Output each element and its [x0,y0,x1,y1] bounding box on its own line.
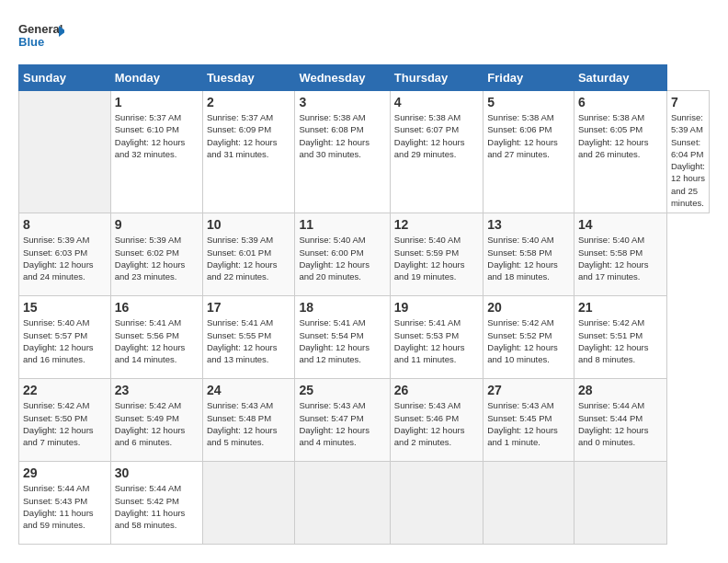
day-number: 5 [487,95,570,109]
day-info: Sunrise: 5:44 AM Sunset: 5:43 PM Dayligh… [23,482,107,531]
weekday-header-saturday: Saturday [574,65,666,91]
day-info: Sunrise: 5:44 AM Sunset: 5:44 PM Dayligh… [578,399,663,448]
calendar-day-cell: 1 Sunrise: 5:37 AM Sunset: 6:10 PM Dayli… [110,91,202,213]
day-info: Sunrise: 5:43 AM Sunset: 5:47 PM Dayligh… [299,399,385,448]
calendar-day-cell: 9 Sunrise: 5:39 AM Sunset: 6:02 PM Dayli… [110,213,202,296]
weekday-header-tuesday: Tuesday [202,65,294,91]
day-number: 26 [394,383,479,397]
day-number: 23 [115,383,199,397]
header: General Blue [18,18,710,55]
calendar-day-cell: 20 Sunrise: 5:42 AM Sunset: 5:52 PM Dayl… [483,296,574,379]
day-info: Sunrise: 5:43 AM Sunset: 5:46 PM Dayligh… [394,399,479,448]
day-info: Sunrise: 5:40 AM Sunset: 5:58 PM Dayligh… [487,234,570,282]
calendar-day-cell [483,462,574,545]
day-info: Sunrise: 5:39 AM Sunset: 6:03 PM Dayligh… [23,234,107,282]
weekday-header-friday: Friday [483,65,574,91]
day-number: 27 [487,383,570,397]
calendar-day-cell: 10 Sunrise: 5:39 AM Sunset: 6:01 PM Dayl… [202,213,294,296]
calendar-day-cell: 17 Sunrise: 5:41 AM Sunset: 5:55 PM Dayl… [202,296,294,379]
logo: General Blue [18,18,64,55]
day-info: Sunrise: 5:43 AM Sunset: 5:48 PM Dayligh… [207,399,290,448]
day-info: Sunrise: 5:42 AM Sunset: 5:50 PM Dayligh… [23,399,107,448]
day-number: 11 [299,217,385,232]
day-info: Sunrise: 5:39 AM Sunset: 6:04 PM Dayligh… [671,111,705,209]
day-number: 4 [394,95,479,109]
calendar-day-cell: 13 Sunrise: 5:40 AM Sunset: 5:58 PM Dayl… [483,213,574,296]
calendar-day-cell: 15 Sunrise: 5:40 AM Sunset: 5:57 PM Dayl… [19,296,111,379]
calendar-day-cell: 28 Sunrise: 5:44 AM Sunset: 5:44 PM Dayl… [574,379,666,462]
day-number: 6 [578,95,663,109]
calendar-week-row: 29 Sunrise: 5:44 AM Sunset: 5:43 PM Dayl… [19,462,710,545]
day-number: 30 [115,465,199,480]
day-info: Sunrise: 5:42 AM Sunset: 5:49 PM Dayligh… [115,399,199,448]
calendar-day-cell: 5 Sunrise: 5:38 AM Sunset: 6:06 PM Dayli… [483,91,574,213]
day-info: Sunrise: 5:40 AM Sunset: 6:00 PM Dayligh… [299,234,385,282]
calendar-day-cell: 27 Sunrise: 5:43 AM Sunset: 5:45 PM Dayl… [483,379,574,462]
calendar-day-cell: 23 Sunrise: 5:42 AM Sunset: 5:49 PM Dayl… [110,379,202,462]
calendar-day-cell: 3 Sunrise: 5:38 AM Sunset: 6:08 PM Dayli… [295,91,390,213]
day-number: 8 [23,217,107,232]
day-number: 1 [115,95,199,109]
svg-text:Blue: Blue [18,35,44,49]
day-number: 9 [115,217,199,232]
day-number: 12 [394,217,479,232]
calendar-day-cell: 19 Sunrise: 5:41 AM Sunset: 5:53 PM Dayl… [390,296,483,379]
calendar-day-cell: 8 Sunrise: 5:39 AM Sunset: 6:03 PM Dayli… [19,213,111,296]
calendar-day-cell: 21 Sunrise: 5:42 AM Sunset: 5:51 PM Dayl… [574,296,666,379]
calendar-day-cell [574,462,666,545]
day-number: 16 [115,300,199,315]
day-number: 18 [299,300,385,315]
day-number: 17 [207,300,290,315]
calendar-day-cell: 18 Sunrise: 5:41 AM Sunset: 5:54 PM Dayl… [295,296,390,379]
weekday-header-sunday: Sunday [19,65,111,91]
day-number: 10 [207,217,290,232]
day-info: Sunrise: 5:37 AM Sunset: 6:10 PM Dayligh… [115,111,199,160]
day-info: Sunrise: 5:42 AM Sunset: 5:52 PM Dayligh… [487,316,570,365]
calendar-day-cell: 2 Sunrise: 5:37 AM Sunset: 6:09 PM Dayli… [202,91,294,213]
day-info: Sunrise: 5:44 AM Sunset: 5:42 PM Dayligh… [115,482,199,531]
calendar-day-cell: 14 Sunrise: 5:40 AM Sunset: 5:58 PM Dayl… [574,213,666,296]
calendar-day-cell: 7 Sunrise: 5:39 AM Sunset: 6:04 PM Dayli… [666,91,709,213]
day-number: 3 [299,95,385,109]
empty-cell [19,91,111,213]
weekday-header-wednesday: Wednesday [295,65,390,91]
day-info: Sunrise: 5:42 AM Sunset: 5:51 PM Dayligh… [578,316,663,365]
day-info: Sunrise: 5:39 AM Sunset: 6:02 PM Dayligh… [115,234,199,282]
calendar-week-row: 22 Sunrise: 5:42 AM Sunset: 5:50 PM Dayl… [19,379,710,462]
calendar-week-row: 15 Sunrise: 5:40 AM Sunset: 5:57 PM Dayl… [19,296,710,379]
day-info: Sunrise: 5:41 AM Sunset: 5:54 PM Dayligh… [299,316,385,365]
day-info: Sunrise: 5:43 AM Sunset: 5:45 PM Dayligh… [487,399,570,448]
day-number: 25 [299,383,385,397]
calendar-day-cell: 26 Sunrise: 5:43 AM Sunset: 5:46 PM Dayl… [390,379,483,462]
day-info: Sunrise: 5:41 AM Sunset: 5:53 PM Dayligh… [394,316,479,365]
day-info: Sunrise: 5:41 AM Sunset: 5:55 PM Dayligh… [207,316,290,365]
day-number: 2 [207,95,290,109]
day-info: Sunrise: 5:38 AM Sunset: 6:05 PM Dayligh… [578,111,663,160]
day-info: Sunrise: 5:37 AM Sunset: 6:09 PM Dayligh… [207,111,290,160]
day-number: 14 [578,217,663,232]
day-info: Sunrise: 5:39 AM Sunset: 6:01 PM Dayligh… [207,234,290,282]
calendar-day-cell: 6 Sunrise: 5:38 AM Sunset: 6:05 PM Dayli… [574,91,666,213]
day-number: 22 [23,383,107,397]
calendar-day-cell: 29 Sunrise: 5:44 AM Sunset: 5:43 PM Dayl… [19,462,111,545]
generalblue-logo-icon: General Blue [18,18,64,55]
calendar-day-cell: 4 Sunrise: 5:38 AM Sunset: 6:07 PM Dayli… [390,91,483,213]
day-info: Sunrise: 5:40 AM Sunset: 5:58 PM Dayligh… [578,234,663,282]
day-info: Sunrise: 5:38 AM Sunset: 6:08 PM Dayligh… [299,111,385,160]
calendar-day-cell: 25 Sunrise: 5:43 AM Sunset: 5:47 PM Dayl… [295,379,390,462]
calendar-day-cell: 16 Sunrise: 5:41 AM Sunset: 5:56 PM Dayl… [110,296,202,379]
calendar-day-cell: 11 Sunrise: 5:40 AM Sunset: 6:00 PM Dayl… [295,213,390,296]
day-info: Sunrise: 5:38 AM Sunset: 6:07 PM Dayligh… [394,111,479,160]
day-number: 29 [23,465,107,480]
day-number: 24 [207,383,290,397]
calendar-day-cell [202,462,294,545]
calendar-week-row: 8 Sunrise: 5:39 AM Sunset: 6:03 PM Dayli… [19,213,710,296]
day-info: Sunrise: 5:40 AM Sunset: 5:59 PM Dayligh… [394,234,479,282]
calendar-day-cell [390,462,483,545]
weekday-header-thursday: Thursday [390,65,483,91]
day-info: Sunrise: 5:41 AM Sunset: 5:56 PM Dayligh… [115,316,199,365]
calendar-day-cell: 22 Sunrise: 5:42 AM Sunset: 5:50 PM Dayl… [19,379,111,462]
day-number: 19 [394,300,479,315]
svg-text:General: General [18,22,63,36]
day-info: Sunrise: 5:40 AM Sunset: 5:57 PM Dayligh… [23,316,107,365]
